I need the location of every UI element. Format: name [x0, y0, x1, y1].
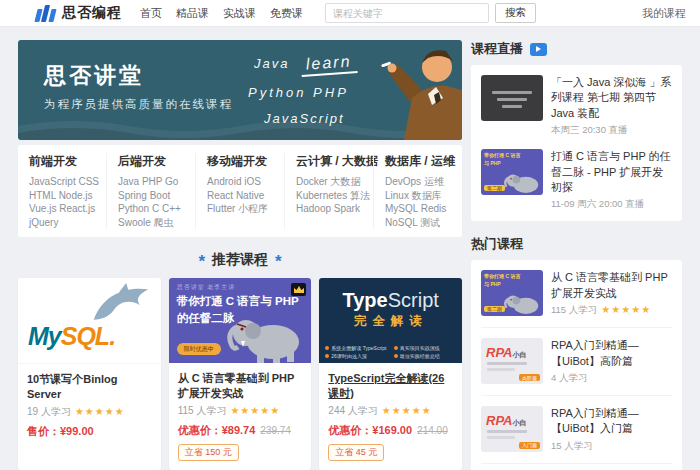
category-title[interactable]: 移动端开发: [207, 153, 273, 170]
live-title: 打通 C 语言与 PHP 的任督二脉 - PHP 扩展开发初探: [551, 149, 672, 195]
live-thumbnail: [481, 75, 543, 121]
hot-meta: 4 人学习: [551, 372, 672, 385]
category-title[interactable]: 前端开发: [29, 153, 95, 170]
asterisk-icon: *: [198, 252, 205, 271]
category-links[interactable]: Vue.js React.js: [29, 202, 95, 216]
category-panel: 前端开发 JavaScript CSS HTML Node.js Vue.js …: [18, 145, 462, 237]
cover-caption: 思否讲堂 老李主讲: [177, 283, 236, 292]
course-price: 优惠价：¥89.74239.74: [178, 423, 303, 438]
course-card-c-php[interactable]: 思否讲堂 老李主讲 带你打通 C 语言与 PHP 的任督二脉 限时优惠中: [169, 278, 312, 470]
course-thumbnail: RPA小白 入门篇: [481, 406, 543, 452]
nav-link-practical-courses[interactable]: 实战课: [223, 6, 256, 21]
category-links[interactable]: JavaScript CSS: [29, 175, 95, 189]
typescript-wordmark: TypeScript: [319, 289, 462, 312]
category-links[interactable]: Hadoop Spark: [296, 202, 362, 216]
teacher-illustration: [376, 40, 462, 140]
category-links[interactable]: Spring Boot: [118, 189, 184, 203]
thumb-caption: 带你打通 C 语言与 PHP: [484, 152, 524, 167]
hero-banner[interactable]: 思否讲堂 为程序员提供高质量的在线课程 Javalearn Python PHP…: [18, 40, 462, 140]
bullet-dot-icon: [325, 346, 329, 350]
thumb-line-decoration: [487, 362, 527, 365]
category-links[interactable]: Flutter 小程序: [207, 202, 273, 216]
live-item-java-series[interactable]: 「一入 Java 深似海 」系列课程 第七期 第四节 Java 装配 本周三 2…: [481, 75, 672, 137]
bullet-dot-icon: [325, 354, 329, 358]
php-elephant-icon: [503, 289, 543, 316]
main-column: 思否讲堂 为程序员提供高质量的在线课程 Javalearn Python PHP…: [18, 40, 462, 470]
hot-item-info: RPA入门到精通—【UiBot】高阶篇 4 人学习: [543, 338, 672, 385]
category-links[interactable]: Android iOS: [207, 175, 273, 189]
chalkboard-text-line2: Python PHP: [248, 85, 349, 100]
sidebar: 课程直播 「一入 Java 深似海 」系列课程 第七期 第四节 Java 装配 …: [471, 40, 682, 470]
search-bar: 搜索: [325, 3, 536, 23]
thumb-line-decoration: [487, 436, 515, 439]
hot-item-mini-game[interactable]: 如何快速开发一款小游戏 如何快速开发一款小游戏 284 人学习: [481, 463, 672, 470]
recommended-course-row: MySQL. 10节课写个Binlog Server 19 人学习★★★★★ 售…: [18, 278, 462, 470]
cover-bullet-list: 系统全面解读 TypeScript 真实项目实战演练 26课时由浅入深 最佳实践…: [325, 345, 456, 359]
recommend-heading-text: 推荐课程: [212, 251, 268, 267]
category-links[interactable]: Kubernetes 算法: [296, 189, 362, 203]
category-links[interactable]: NoSQL 测试: [385, 216, 451, 230]
original-price: 239.74: [260, 425, 291, 436]
thumb-caption: 带你打通 C 语言与 PHP: [484, 273, 524, 288]
php-elephant-icon: [225, 307, 309, 363]
students-count: 19 人学习: [27, 406, 71, 417]
search-input[interactable]: [325, 3, 489, 23]
hot-item-rpa-advanced[interactable]: RPA小白 高阶篇 RPA入门到精通—【UiBot】高阶篇 4 人学习: [481, 327, 672, 395]
cover-subtitle: 完全解读: [319, 313, 462, 330]
nav-link-free-courses[interactable]: 免费课: [270, 6, 303, 21]
thumb-badge: 入门篇: [519, 442, 540, 449]
live-time: 本周三 20:30 直播: [551, 124, 672, 137]
category-links[interactable]: Linux 数据库: [385, 189, 451, 203]
course-card-typescript[interactable]: TypeScript 完全解读 系统全面解读 TypeScript 真实项目实战…: [319, 278, 462, 470]
category-links[interactable]: DevOps 运维: [385, 175, 451, 189]
category-backend: 后端开发 Java PHP Go Spring Boot Python C C+…: [106, 153, 195, 229]
category-title[interactable]: 后端开发: [118, 153, 184, 170]
category-links[interactable]: MySQL Redis: [385, 202, 451, 216]
brand-logo-icon[interactable]: [36, 5, 55, 22]
live-time: 11-09 周六 20:00 直播: [551, 198, 672, 211]
category-title[interactable]: 数据库 / 运维: [385, 153, 451, 170]
search-button[interactable]: 搜索: [495, 3, 536, 23]
nav-link-home[interactable]: 首页: [140, 6, 162, 21]
category-links[interactable]: React Native: [207, 189, 273, 203]
live-section-heading: 课程直播: [471, 40, 682, 58]
hot-item-c-php[interactable]: 带你打通 C 语言与 PHP 第二期 从 C 语言零基础到 PHP 扩展开发实战…: [481, 260, 672, 327]
course-title: TypeScript完全解读(26课时): [328, 371, 453, 401]
thumb-line-decoration: [487, 430, 527, 433]
live-title: 「一入 Java 深似海 」系列课程 第七期 第四节 Java 装配: [551, 75, 672, 121]
live-item-c-php[interactable]: 带你打通 C 语言与 PHP 第二期 打通 C 语言与 PHP 的任督二脉 - …: [481, 149, 672, 211]
bullet-dot-icon: [394, 346, 398, 350]
hot-title: RPA入门到精通—【UiBot】高阶篇: [551, 338, 672, 369]
category-links[interactable]: Python C C++: [118, 202, 184, 216]
hot-meta: 15 人学习: [551, 440, 672, 453]
category-links[interactable]: jQuery: [29, 216, 95, 230]
live-list: 「一入 Java 深似海 」系列课程 第七期 第四节 Java 装配 本周三 2…: [471, 65, 682, 221]
nav-link-premium-courses[interactable]: 精品课: [176, 6, 209, 21]
brand-name[interactable]: 思否编程: [62, 4, 122, 22]
hot-item-rpa-beginner[interactable]: RPA小白 入门篇 RPA入门到精通—【UiBot】入门篇 15 人学习: [481, 395, 672, 463]
category-title[interactable]: 云计算 / 大数据: [296, 153, 362, 170]
hot-title: 从 C 语言零基础到 PHP 扩展开发实战: [551, 270, 672, 301]
price-value: ¥169.00: [372, 424, 412, 436]
hot-heading-text: 热门课程: [471, 235, 523, 253]
hot-title: RPA入门到精通—【UiBot】入门篇: [551, 406, 672, 437]
thumb-badge: 高阶篇: [519, 374, 540, 381]
category-links[interactable]: Java PHP Go: [118, 175, 184, 189]
hot-item-info: RPA入门到精通—【UiBot】入门篇 15 人学习: [543, 406, 672, 453]
category-cloud-bigdata: 云计算 / 大数据 Docker 大数据 Kubernetes 算法 Hadoo…: [284, 153, 373, 229]
price-value: ¥99.00: [60, 425, 94, 437]
rating-stars: ★★★★★: [230, 405, 280, 416]
category-database-ops: 数据库 / 运维 DevOps 运维 Linux 数据库 MySQL Redis…: [373, 153, 462, 229]
course-card-binlog-server[interactable]: MySQL. 10节课写个Binlog Server 19 人学习★★★★★ 售…: [18, 278, 161, 470]
course-price: 优惠价：¥169.00214.00: [328, 423, 453, 438]
course-cover: MySQL.: [18, 278, 161, 364]
category-links[interactable]: HTML Node.js: [29, 189, 95, 203]
category-links[interactable]: Swoole 爬虫: [118, 216, 184, 230]
top-navbar: 思否编程 首页 精品课 实战课 免费课 搜索 我的课程: [0, 0, 700, 27]
my-courses-link[interactable]: 我的课程: [642, 6, 686, 21]
rating-stars: ★★★★★: [601, 304, 651, 315]
category-links[interactable]: Docker 大数据: [296, 175, 362, 189]
hot-meta: 115 人学习★★★★★: [551, 304, 672, 317]
hot-section-heading: 热门课程: [471, 235, 682, 253]
cover-bullet: 系统全面解读 TypeScript: [325, 345, 387, 351]
